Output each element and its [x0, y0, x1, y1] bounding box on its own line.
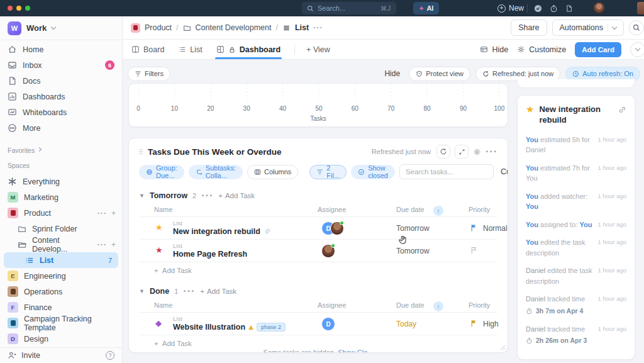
folder-sprint[interactable]: Sprint Folder: [0, 221, 122, 237]
gear-icon[interactable]: [473, 148, 481, 156]
space-operations[interactable]: Operations: [0, 284, 122, 299]
global-search-input[interactable]: Search... ⌘J: [302, 2, 396, 14]
assignee-avatar-photo[interactable]: [321, 244, 335, 258]
view-tabs: Board List Dashboard + View Hide Customi…: [123, 40, 644, 60]
refresh-button[interactable]: [436, 145, 450, 159]
priority-flag-normal[interactable]: [470, 223, 478, 232]
activity-task-title[interactable]: New integration rebuild: [539, 104, 607, 126]
automations-button[interactable]: Automations: [552, 20, 624, 36]
customize-button[interactable]: Customize: [517, 45, 566, 54]
space-product[interactable]: Product ···+: [0, 205, 122, 221]
list-item-list-selected[interactable]: List 7: [4, 252, 118, 268]
expand-button[interactable]: [455, 145, 469, 159]
table-row[interactable]: ◆ List Website Illustration phase 2 D To…: [139, 313, 497, 335]
priority-flag-high[interactable]: [470, 319, 478, 328]
customize-card-button[interactable]: Customize: [501, 167, 508, 176]
assignee-avatar-photo[interactable]: [330, 221, 344, 235]
window-close-button[interactable]: [8, 6, 13, 11]
breadcrumb-menu-icon[interactable]: ···: [313, 23, 323, 32]
hide-filters-button[interactable]: Hide: [384, 69, 400, 78]
sidebar-item-docs[interactable]: Docs: [0, 73, 122, 89]
space-campaign-tracking[interactable]: Campaign Tracking Template: [0, 315, 122, 331]
space-everything[interactable]: Everything: [0, 174, 122, 189]
list-icon: [282, 24, 291, 32]
breadcrumb-list[interactable]: List: [295, 23, 309, 32]
space-design[interactable]: D Design: [0, 331, 122, 347]
space-finance[interactable]: F Finance: [0, 299, 122, 315]
board-icon: [131, 45, 140, 53]
inbox-icon: [8, 60, 17, 70]
group-add-task-button[interactable]: + Add Task: [200, 288, 236, 295]
breadcrumb-product[interactable]: Product: [145, 23, 172, 32]
assignee-avatar[interactable]: D: [321, 317, 335, 331]
sidebar-item-whiteboards[interactable]: Whiteboards: [0, 104, 122, 120]
collapse-group-icon[interactable]: ▼: [139, 193, 145, 199]
tab-dashboard-active[interactable]: Dashboard: [216, 40, 280, 59]
sort-asc-icon[interactable]: ↑: [433, 301, 443, 311]
columns-icon: [254, 169, 261, 176]
workspace-switcher[interactable]: W Work: [0, 16, 122, 40]
header-search-button[interactable]: [629, 20, 644, 35]
todo-check-icon[interactable]: [534, 4, 542, 13]
add-task-button[interactable]: + Add Task: [129, 262, 508, 279]
folder-menu-icon[interactable]: ···: [97, 240, 107, 249]
add-view-button[interactable]: + View: [306, 40, 330, 59]
help-icon[interactable]: ?: [106, 351, 114, 360]
add-card-button[interactable]: Add Card: [575, 42, 621, 57]
group-menu-icon[interactable]: ···: [183, 286, 195, 297]
favorites-section[interactable]: Favorites: [8, 147, 114, 154]
filters-button[interactable]: Filters: [128, 67, 170, 81]
folder-content-development[interactable]: Content Develop... ···+: [0, 237, 122, 252]
hide-button[interactable]: Hide: [480, 45, 508, 54]
sidebar-item-home[interactable]: Home: [0, 42, 122, 57]
table-row[interactable]: ★ List Home Page Refresh Tomorrow: [139, 240, 497, 262]
list-task-count: 7: [108, 257, 112, 264]
folder-add-icon[interactable]: +: [111, 240, 116, 249]
collapse-group-icon[interactable]: ▼: [139, 288, 145, 294]
invite-button[interactable]: Invite ?: [0, 347, 122, 363]
space-marketing[interactable]: M Marketing: [0, 189, 122, 205]
group-menu-icon[interactable]: ···: [201, 190, 213, 201]
group-by-pill[interactable]: Group: Due...: [139, 165, 184, 179]
filters-count-pill[interactable]: 2 Fil...: [309, 165, 347, 179]
tab-list[interactable]: List: [178, 40, 202, 59]
card-menu-icon[interactable]: ···: [486, 146, 497, 157]
phase-tag[interactable]: phase 2: [257, 323, 286, 332]
sidebar-item-inbox[interactable]: Inbox 6: [0, 57, 122, 73]
check-circle-icon: [358, 169, 365, 176]
window-minimize-button[interactable]: [16, 6, 21, 11]
user-avatar-edge: [637, 2, 644, 14]
clock-icon: [572, 70, 579, 77]
space-add-icon[interactable]: +: [111, 209, 116, 218]
sidebar-item-more[interactable]: More: [0, 120, 122, 136]
doc-icon[interactable]: [565, 4, 573, 13]
group-add-task-button[interactable]: + Add Task: [218, 192, 255, 199]
breadcrumb-folder[interactable]: Content Development: [196, 23, 272, 32]
ai-button[interactable]: ✦ AI: [413, 2, 439, 14]
user-avatar[interactable]: [594, 3, 604, 13]
show-closed-link[interactable]: Show Clo...: [338, 349, 373, 353]
chevron-down-icon: [612, 24, 617, 29]
tab-board[interactable]: Board: [131, 40, 164, 59]
space-menu-icon[interactable]: ···: [97, 209, 107, 218]
drag-handle-icon[interactable]: [139, 148, 143, 155]
columns-pill[interactable]: Columns: [247, 165, 298, 179]
search-tasks-input[interactable]: [399, 164, 494, 179]
resize-handle[interactable]: [500, 345, 506, 350]
burst-task-icon: ★: [155, 246, 163, 254]
docs-icon: [8, 76, 17, 86]
window-zoom-button[interactable]: [25, 6, 30, 11]
protect-view-button[interactable]: Protect view: [409, 67, 470, 81]
link-icon[interactable]: [618, 106, 626, 114]
new-button[interactable]: + New: [497, 0, 524, 16]
show-closed-pill[interactable]: Show closed: [351, 165, 395, 179]
sort-asc-icon[interactable]: ↑: [433, 206, 443, 216]
share-button[interactable]: Share: [511, 20, 547, 36]
collapse-toolbar-button[interactable]: [630, 42, 644, 57]
timer-icon[interactable]: [550, 4, 558, 13]
priority-flag-empty[interactable]: [470, 246, 478, 255]
sidebar-item-dashboards[interactable]: Dashboards: [0, 89, 122, 104]
subtasks-pill[interactable]: Subtasks: Colla...: [189, 165, 243, 179]
space-engineering[interactable]: E Engineering: [0, 268, 122, 284]
table-row[interactable]: ★ List New integration rebuild D Tomorro…: [139, 217, 497, 240]
